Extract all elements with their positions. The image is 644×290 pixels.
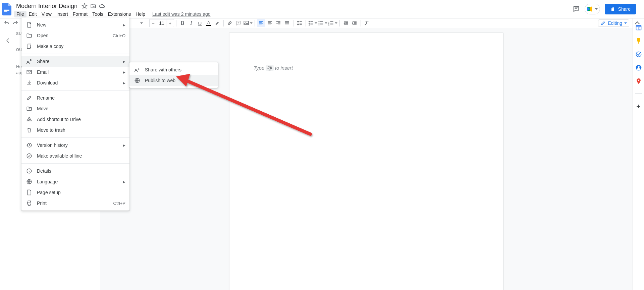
pencil-icon xyxy=(600,20,606,26)
undo-button[interactable] xyxy=(3,19,11,27)
file-menu: New ▶ Open Ctrl+O Make a copy Share ▶ Em… xyxy=(21,17,129,28)
menu-file[interactable]: File xyxy=(14,11,26,17)
title-bar: Modern Interior Design File Edit View In… xyxy=(0,0,644,18)
lock-icon xyxy=(610,6,615,12)
meet-icon xyxy=(586,5,594,13)
underline-button[interactable]: U xyxy=(196,19,204,27)
align-center-button[interactable] xyxy=(266,19,274,27)
svg-rect-1 xyxy=(4,10,9,11)
last-edit-link[interactable]: Last edit was 2 minutes ago xyxy=(152,11,211,17)
numbered-list-button[interactable]: 123 xyxy=(328,19,337,27)
font-size-increase[interactable]: + xyxy=(166,21,174,26)
insert-image-button[interactable] xyxy=(243,19,253,27)
side-panel: 31 + xyxy=(633,18,644,28)
bulleted-list-button[interactable] xyxy=(318,19,327,27)
menu-format[interactable]: Format xyxy=(70,11,90,17)
svg-text:31: 31 xyxy=(637,27,641,28)
svg-text:3: 3 xyxy=(328,24,330,26)
editing-mode-label: Editing xyxy=(608,20,622,26)
italic-button[interactable]: I xyxy=(187,19,195,27)
menu-bar: File Edit View Insert Format Tools Exten… xyxy=(13,10,573,18)
chevron-down-icon xyxy=(325,22,327,24)
svg-point-6 xyxy=(319,24,320,25)
text-color-button[interactable]: A xyxy=(205,19,213,27)
docs-home-icon[interactable] xyxy=(0,0,13,18)
insert-link-button[interactable] xyxy=(226,19,234,27)
share-button[interactable]: Share xyxy=(605,4,636,14)
align-left-button[interactable] xyxy=(257,19,265,27)
menu-extensions[interactable]: Extensions xyxy=(106,11,133,17)
share-button-label: Share xyxy=(618,6,631,12)
new-doc-icon xyxy=(26,22,32,28)
font-size-decrease[interactable]: − xyxy=(150,21,157,26)
chevron-down-icon xyxy=(335,22,337,24)
redo-button[interactable] xyxy=(11,19,19,27)
line-spacing-button[interactable] xyxy=(296,19,304,27)
submenu-arrow-icon: ▶ xyxy=(123,23,125,27)
indent-increase-button[interactable] xyxy=(351,19,359,27)
menu-label: New xyxy=(37,22,118,27)
svg-rect-2 xyxy=(4,11,7,12)
align-justify-button[interactable] xyxy=(283,19,291,27)
chevron-down-icon xyxy=(595,8,598,10)
menu-help[interactable]: Help xyxy=(133,11,148,17)
calendar-icon[interactable]: 31 xyxy=(635,24,642,28)
svg-rect-0 xyxy=(4,9,9,9)
menu-new[interactable]: New ▶ xyxy=(21,19,129,28)
move-folder-icon[interactable] xyxy=(90,3,96,9)
comment-history-icon[interactable] xyxy=(573,5,580,13)
meet-button[interactable] xyxy=(585,4,600,14)
chevron-down-icon xyxy=(250,22,253,24)
menu-edit[interactable]: Edit xyxy=(26,11,39,17)
cloud-status-icon[interactable] xyxy=(99,3,105,9)
editing-mode-button[interactable]: Editing xyxy=(598,19,629,27)
indent-decrease-button[interactable] xyxy=(342,19,350,27)
chevron-down-icon xyxy=(624,22,627,24)
highlight-button[interactable] xyxy=(213,19,221,27)
clear-formatting-button[interactable] xyxy=(363,19,371,27)
bold-button[interactable]: B xyxy=(178,19,186,27)
menu-tools[interactable]: Tools xyxy=(90,11,106,17)
svg-rect-11 xyxy=(636,25,641,26)
star-icon[interactable] xyxy=(82,3,88,9)
document-title[interactable]: Modern Interior Design xyxy=(15,2,79,10)
insert-comment-button[interactable] xyxy=(234,19,243,27)
font-size-control: − 11 + xyxy=(149,19,174,27)
checklist-button[interactable] xyxy=(308,19,317,27)
svg-point-5 xyxy=(319,23,320,24)
chevron-down-icon xyxy=(140,22,143,24)
font-size-value[interactable]: 11 xyxy=(157,19,166,27)
svg-point-4 xyxy=(319,21,320,22)
align-right-button[interactable] xyxy=(274,19,282,27)
menu-insert[interactable]: Insert xyxy=(54,11,70,17)
menu-view[interactable]: View xyxy=(39,11,54,17)
chevron-down-icon xyxy=(315,22,317,24)
